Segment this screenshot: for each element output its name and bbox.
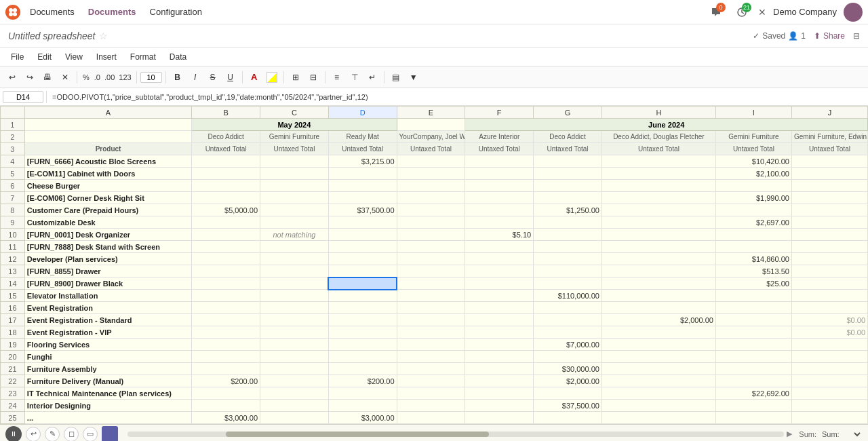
cell-A11[interactable]: [FURN_7888] Desk Stand with Screen [24, 241, 191, 253]
cell-E18[interactable] [397, 326, 465, 339]
cell-G25[interactable] [534, 412, 602, 424]
cell-E24[interactable] [397, 400, 465, 412]
cell-B9[interactable] [192, 216, 260, 229]
cell-H25[interactable] [601, 412, 715, 424]
share-button[interactable]: ⬆ Share [814, 31, 845, 41]
strikethrough-button[interactable]: S [205, 69, 221, 85]
cell-G10[interactable] [534, 229, 602, 241]
cell-F18[interactable] [465, 326, 534, 339]
cell-H8[interactable] [601, 204, 715, 216]
cell-H13[interactable] [601, 265, 715, 277]
cell-H6[interactable] [601, 180, 715, 192]
cell-I6[interactable] [715, 180, 791, 192]
cell-G22[interactable]: $2,000.00 [534, 375, 602, 387]
cell-I5[interactable]: $2,100.00 [715, 168, 791, 180]
cell-A24[interactable]: Interior Designing [24, 400, 191, 412]
cell-J4[interactable] [791, 155, 867, 168]
cell-H11[interactable] [601, 241, 715, 253]
scrollbar-thumb[interactable] [226, 432, 488, 437]
cell-E8[interactable] [397, 204, 465, 216]
cell-D18[interactable] [328, 326, 397, 339]
align-button[interactable]: ≡ [329, 69, 345, 85]
cell-G11[interactable] [534, 241, 602, 253]
highlight-color-button[interactable] [264, 69, 280, 85]
cell-D15[interactable] [328, 290, 397, 302]
italic-button[interactable]: I [187, 69, 203, 85]
cell-H19[interactable] [601, 339, 715, 351]
cell-B7[interactable] [192, 192, 260, 204]
cell-D23[interactable] [328, 387, 397, 400]
cell-E16[interactable] [397, 302, 465, 314]
cell-E20[interactable] [397, 351, 465, 363]
cell-F23[interactable] [465, 387, 534, 400]
cell-J17[interactable]: $0.00 [791, 314, 867, 326]
cell-H20[interactable] [601, 351, 715, 363]
cell-B16[interactable] [192, 302, 260, 314]
cell-H24[interactable] [601, 400, 715, 412]
cell-H7[interactable] [601, 192, 715, 204]
cell-D12[interactable] [328, 253, 397, 265]
cell-I19[interactable] [715, 339, 791, 351]
cell-J15[interactable] [791, 290, 867, 302]
cell-F7[interactable] [465, 192, 534, 204]
cell-C14[interactable] [260, 277, 329, 290]
cell-F20[interactable] [465, 351, 534, 363]
cond-format-button[interactable]: ▤ [388, 69, 404, 85]
cell-I16[interactable] [715, 302, 791, 314]
cell-A19[interactable]: Flooring Services [24, 339, 191, 351]
cell-H12[interactable] [601, 253, 715, 265]
cell-C13[interactable] [260, 265, 329, 277]
cell-H14[interactable] [601, 277, 715, 290]
cell-C16[interactable] [260, 302, 329, 314]
cell-I7[interactable]: $1,990.00 [715, 192, 791, 204]
cell-J18[interactable]: $0.00 [791, 326, 867, 339]
cell-I15[interactable] [715, 290, 791, 302]
cell-C24[interactable] [260, 400, 329, 412]
cell-G6[interactable] [534, 180, 602, 192]
cell-A1[interactable] [24, 119, 191, 131]
cell-A7[interactable]: [E-COM06] Corner Desk Right Sit [24, 192, 191, 204]
col-header-J[interactable]: J [791, 107, 867, 119]
cell-B13[interactable] [192, 265, 260, 277]
cell-I17[interactable] [715, 314, 791, 326]
cell-I21[interactable] [715, 363, 791, 375]
cell-A17[interactable]: Event Registration - Standard [24, 314, 191, 326]
cell-B12[interactable] [192, 253, 260, 265]
cell-I8[interactable] [715, 204, 791, 216]
draw-color-swatch[interactable] [102, 426, 118, 442]
cell-C15[interactable] [260, 290, 329, 302]
doc-title[interactable]: Untitled spreadsheet [8, 31, 95, 41]
cell-D11[interactable] [328, 241, 397, 253]
valign-button[interactable]: ⊤ [347, 69, 363, 85]
col-header-I[interactable]: I [715, 107, 791, 119]
wrap-button[interactable]: ↵ [364, 69, 380, 85]
cell-G20[interactable] [534, 351, 602, 363]
cell-C5[interactable] [260, 168, 329, 180]
cell-B22[interactable]: $200.00 [192, 375, 260, 387]
draw-tool-button[interactable]: ✎ [45, 427, 60, 442]
cell-J25[interactable] [791, 412, 867, 424]
cell-D21[interactable] [328, 363, 397, 375]
pause-button[interactable]: ⏸ [5, 426, 22, 442]
cell-G12[interactable] [534, 253, 602, 265]
filter-icon[interactable]: ⊟ [853, 31, 860, 41]
cell-A8[interactable]: Customer Care (Prepaid Hours) [24, 204, 191, 216]
cell-A15[interactable]: Elevator Installation [24, 290, 191, 302]
cell-E5[interactable] [397, 168, 465, 180]
cell-F21[interactable] [465, 363, 534, 375]
filter-button[interactable]: ▼ [406, 69, 422, 85]
cell-D20[interactable] [328, 351, 397, 363]
cell-G16[interactable] [534, 302, 602, 314]
menu-insert[interactable]: Insert [91, 51, 122, 63]
horizontal-scrollbar[interactable] [127, 432, 784, 437]
cell-F14[interactable] [465, 277, 534, 290]
cell-A10[interactable]: [FURN_0001] Desk Organizer [24, 229, 191, 241]
close-icon[interactable]: ✕ [758, 7, 766, 18]
nav-documents-1[interactable]: Documents [26, 4, 79, 20]
cell-J10[interactable] [791, 229, 867, 241]
cell-B4[interactable] [192, 155, 260, 168]
cell-B6[interactable] [192, 180, 260, 192]
cell-E12[interactable] [397, 253, 465, 265]
cell-J7[interactable] [791, 192, 867, 204]
cell-D4[interactable]: $3,215.00 [328, 155, 397, 168]
